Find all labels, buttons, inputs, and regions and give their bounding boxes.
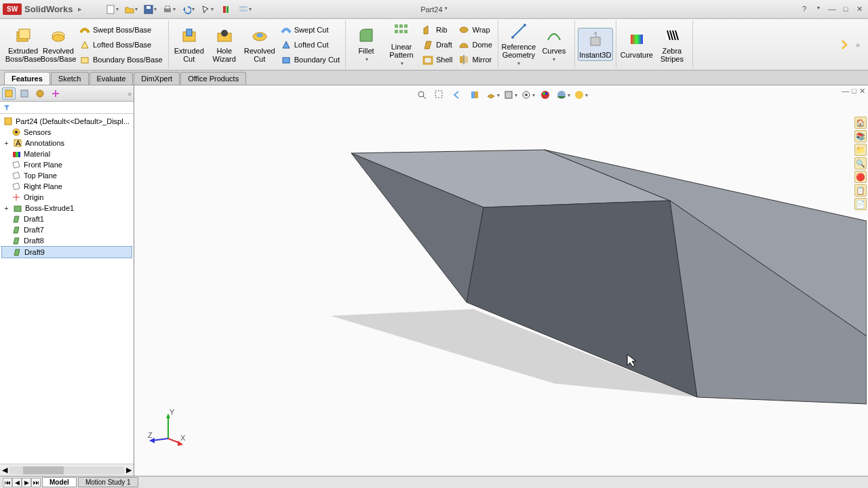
extruded-cut-button[interactable]: Extruded Cut (172, 24, 207, 64)
tree-item[interactable]: Draft8 (1, 235, 132, 246)
tree-filter-bar[interactable] (0, 102, 134, 114)
custom-props-tab-icon[interactable]: 📋 (854, 184, 867, 197)
view-palette-tab-icon[interactable]: 🔍 (854, 157, 867, 169)
draft-icon (11, 214, 22, 224)
annotations-icon: A (12, 138, 23, 148)
orientation-triad[interactable]: Y Z X (148, 408, 189, 449)
swept-cut-button[interactable]: Swept Cut (279, 23, 341, 37)
lofted-boss-button[interactable]: Lofted Boss/Base (77, 38, 164, 52)
fillet-button[interactable]: Fillet▾ (349, 24, 384, 64)
curvature-button[interactable]: Curvature (619, 28, 654, 60)
curves-button[interactable]: Curves▾ (536, 24, 572, 64)
svg-rect-10 (19, 29, 30, 39)
command-tabs: Features Sketch Evaluate DimXpert Office… (0, 70, 868, 85)
tree-item[interactable]: Draft1 (1, 214, 132, 224)
tree-item[interactable]: Draft9 (1, 246, 132, 258)
nav-next-icon[interactable]: ▶ (22, 478, 31, 487)
feature-manager-tab-icon[interactable] (2, 87, 16, 100)
app-brand: SolidWorks (24, 4, 73, 14)
linear-pattern-button[interactable]: Linear Pattern▾ (384, 20, 419, 68)
zebra-stripes-button[interactable]: Zebra Stripes (654, 24, 690, 64)
svg-rect-29 (460, 56, 463, 63)
rib-button[interactable]: Rib (420, 23, 454, 37)
undo-icon[interactable]: ▾ (181, 3, 195, 16)
graphics-viewport[interactable]: ▾ ▾ ▾ ▾ ▾ — □ ✕ (134, 85, 868, 476)
plane-icon (11, 182, 22, 191)
dome-button[interactable]: Dome (456, 38, 493, 52)
revolved-boss-button[interactable]: Revolved Boss/Base (41, 24, 76, 64)
brand-menu-arrow-icon[interactable]: ▸ (78, 5, 82, 14)
resources-tab-icon[interactable]: 🏠 (854, 117, 867, 129)
tree-item[interactable]: Top Plane (1, 170, 132, 181)
bottom-tab-motion-study[interactable]: Motion Study 1 (78, 477, 138, 487)
open-doc-icon[interactable]: ▾ (124, 3, 138, 16)
svg-rect-25 (399, 30, 403, 33)
swept-boss-button[interactable]: Swept Boss/Base (77, 23, 164, 37)
lofted-cut-button[interactable]: Lofted Cut (279, 38, 341, 52)
config-manager-tab-icon[interactable] (33, 87, 47, 100)
tree-root[interactable]: Part24 (Default<<Default>_Displ... (1, 116, 132, 127)
tree-item[interactable]: Front Plane (1, 159, 132, 170)
svg-rect-23 (404, 24, 408, 28)
panel-collapse-icon[interactable]: » (127, 89, 132, 98)
tab-office-products[interactable]: Office Products (180, 72, 246, 85)
hole-wizard-button[interactable]: Hole Wizard (207, 24, 242, 64)
material-icon (11, 149, 22, 159)
design-library-tab-icon[interactable]: 📚 (854, 130, 867, 142)
tab-sketch[interactable]: Sketch (51, 72, 89, 85)
revolved-cut-button[interactable]: Revolved Cut (242, 24, 277, 64)
options-icon[interactable]: ▾ (238, 3, 252, 16)
draft-icon (12, 247, 22, 257)
new-doc-icon[interactable]: ▾ (105, 3, 119, 16)
appearances-tab-icon[interactable]: 🔴 (854, 171, 867, 183)
select-icon[interactable]: ▾ (200, 3, 214, 16)
svg-rect-15 (186, 29, 192, 36)
tab-features[interactable]: Features (4, 72, 50, 85)
tree-item[interactable]: Right Plane (1, 181, 132, 192)
minimize-icon[interactable]: — (827, 5, 837, 14)
tree-item[interactable]: Material (1, 148, 132, 159)
nav-first-icon[interactable]: ⏮ (3, 478, 12, 487)
svg-text:Z: Z (148, 431, 153, 439)
boundary-cut-button[interactable]: Boundary Cut (279, 53, 341, 66)
file-explorer-tab-icon[interactable]: 📁 (854, 144, 867, 156)
svg-rect-24 (395, 30, 398, 33)
tree-item[interactable]: Origin (1, 192, 132, 203)
nav-last-icon[interactable]: ⏭ (31, 478, 41, 487)
tree-item[interactable]: Draft7 (1, 224, 132, 235)
app-logo: SW (3, 3, 22, 15)
svg-rect-41 (5, 118, 12, 125)
boundary-boss-button[interactable]: Boundary Boss/Base (77, 53, 164, 66)
print-icon[interactable]: ▾ (162, 3, 176, 16)
tree-scrollbar[interactable]: ◀▶ (0, 464, 134, 476)
draft-button[interactable]: Draft (420, 38, 454, 52)
macro-stop-icon[interactable] (219, 3, 233, 16)
document-recovery-tab-icon[interactable]: 📄 (854, 198, 867, 210)
save-icon[interactable]: ▾ (143, 3, 157, 16)
wrap-button[interactable]: Wrap (456, 23, 493, 37)
tree-item[interactable]: Sensors (1, 127, 132, 138)
tree-item[interactable]: +AAnnotations (1, 138, 132, 148)
svg-point-34 (524, 24, 526, 26)
property-manager-tab-icon[interactable] (18, 87, 31, 100)
help-icon[interactable]: ? (800, 5, 809, 14)
tab-dimxpert[interactable]: DimXpert (134, 72, 180, 85)
main-area: » Part24 (Default<<Default>_Displ... Sen… (0, 85, 868, 476)
maximize-icon[interactable]: □ (841, 5, 850, 14)
svg-point-40 (37, 90, 43, 97)
instant3d-button[interactable]: Instant3D (578, 28, 613, 61)
svg-rect-47 (16, 152, 18, 157)
reference-geometry-button[interactable]: Reference Geometry▾ (501, 20, 536, 68)
extruded-boss-button[interactable]: Extruded Boss/Base (5, 24, 41, 64)
ribbon-expand-icon[interactable]: » (833, 20, 865, 68)
nav-prev-icon[interactable]: ◀ (12, 478, 22, 487)
shell-button[interactable]: Shell (420, 53, 454, 66)
tab-evaluate[interactable]: Evaluate (90, 72, 134, 85)
svg-rect-13 (81, 58, 88, 63)
dimxpert-manager-tab-icon[interactable] (49, 87, 62, 100)
close-icon[interactable]: ✕ (854, 5, 864, 14)
mirror-button[interactable]: Mirror (456, 53, 493, 66)
svg-text:X: X (180, 434, 186, 442)
tree-item[interactable]: +Boss-Extrude1 (1, 203, 132, 214)
bottom-tab-model[interactable]: Model (42, 477, 77, 487)
